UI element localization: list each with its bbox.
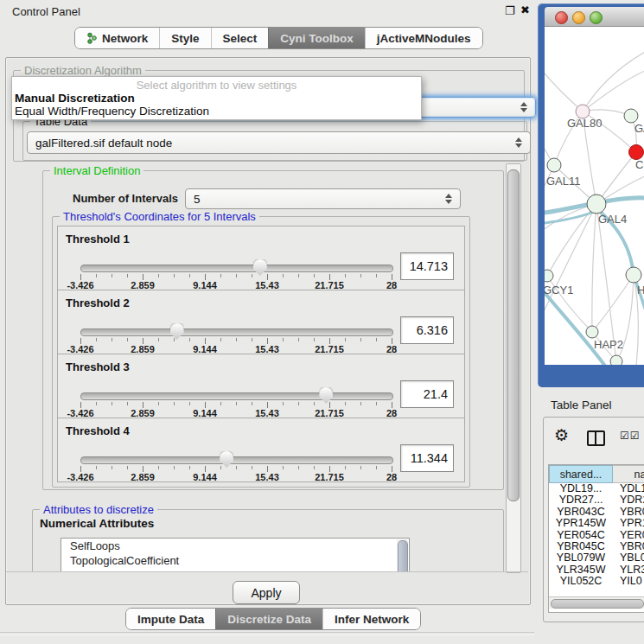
network-node[interactable] — [610, 355, 622, 365]
apply-button[interactable]: Apply — [233, 581, 300, 604]
tab-discretize-data[interactable]: Discretize Data — [215, 609, 322, 629]
tab-label: Cyni Toolbox — [280, 32, 354, 45]
table-cell[interactable]: YDL19... — [549, 483, 613, 494]
tab-label: Style — [171, 32, 199, 45]
table-cell[interactable]: YER054C — [549, 530, 613, 541]
table-cell[interactable]: YPR1 — [620, 518, 644, 529]
threshold-value-field[interactable]: 14.713 — [400, 252, 454, 280]
threshold-list: Threshold 1-3.4262.8599.14415.4321.71528… — [57, 226, 465, 482]
table-cell[interactable]: YBR043C — [549, 507, 613, 518]
float-window-icon[interactable]: ❐ — [505, 4, 515, 17]
tab-impute-data[interactable]: Impute Data — [126, 609, 215, 629]
network-icon — [86, 32, 98, 44]
zoom-traffic-light-icon[interactable] — [590, 11, 603, 24]
network-edge[interactable] — [583, 70, 644, 112]
table-cell[interactable]: YBL0 — [620, 552, 644, 564]
numerical-attributes-list[interactable]: SelfLoopsTopologicalCoefficientBetweenne… — [61, 538, 410, 571]
settings-scrollbar-thumb[interactable] — [507, 169, 520, 501]
dropdown-option[interactable]: Equal Width/Frequency Discretization — [15, 105, 209, 118]
network-view-window: GAL80GACGAL11GAL4GCY1HHAP2 — [538, 3, 644, 387]
attributes-scrollbar[interactable] — [397, 539, 408, 571]
network-node[interactable] — [626, 267, 641, 283]
network-node[interactable] — [629, 145, 644, 160]
attribute-item[interactable]: TopologicalCoefficient — [61, 553, 409, 568]
network-edge[interactable] — [592, 275, 634, 332]
dropdown-option[interactable]: Manual Discretization — [15, 92, 135, 105]
tab-infer-network[interactable]: Infer Network — [322, 609, 420, 629]
slider-track[interactable] — [80, 456, 393, 464]
table-cell[interactable]: YDL1 — [620, 483, 644, 494]
threshold-value-field[interactable]: 11.344 — [400, 444, 454, 472]
network-node[interactable] — [586, 326, 598, 338]
table-cell[interactable]: YLR3 — [620, 564, 644, 576]
select-columns-icon[interactable]: ☑☑ — [620, 430, 641, 442]
tab-network[interactable]: Network — [75, 28, 159, 48]
attributes-scrollbar-thumb[interactable] — [398, 540, 408, 571]
table-cell[interactable]: YLR345W — [549, 564, 613, 576]
network-node[interactable] — [545, 270, 553, 282]
threshold-row: Threshold 4-3.4262.8599.14415.4321.71528… — [57, 418, 465, 482]
close-traffic-light-icon[interactable] — [555, 11, 568, 24]
slider-track[interactable] — [80, 328, 393, 336]
table-panel-window: ⚙ ☑☑ shared...na YDL19...YDL1YDR27...YDR… — [543, 417, 644, 622]
table-panel-title: Table Panel — [551, 399, 612, 411]
column-header[interactable]: na — [613, 465, 644, 483]
table-cell[interactable]: YBR0 — [620, 507, 644, 518]
minimize-traffic-light-icon[interactable] — [572, 11, 585, 24]
cyni-toolbox-panel: Discretization Algorithm Table Data galF… — [5, 57, 531, 605]
tab-select[interactable]: Select — [211, 28, 269, 48]
network-canvas[interactable]: GAL80GACGAL11GAL4GCY1HHAP2 — [545, 27, 644, 365]
network-edge[interactable] — [583, 51, 644, 112]
threshold-label: Threshold 4 — [66, 424, 130, 437]
close-icon[interactable]: ✖ — [520, 3, 530, 16]
table-cell[interactable]: YIL052C — [549, 576, 613, 587]
slider-track[interactable] — [80, 265, 393, 272]
attribute-item[interactable]: SelfLoops — [61, 539, 409, 553]
column-header-selected[interactable]: shared... — [549, 465, 613, 483]
table-cell[interactable]: YDR27... — [549, 494, 613, 506]
threshold-row: Threshold 3-3.4262.8599.14415.4321.71528… — [57, 354, 465, 418]
network-node[interactable] — [587, 194, 606, 214]
table-horizontal-scrollbar[interactable] — [549, 596, 644, 609]
table-cell[interactable]: YBL079W — [549, 552, 613, 564]
number-of-intervals-combo[interactable]: 5 — [185, 188, 461, 209]
table-cell[interactable]: YBR045C — [549, 541, 613, 552]
gear-icon[interactable]: ⚙ — [554, 427, 569, 443]
thresholds-group: Threshold's Coordinates for 5 Intervals … — [52, 216, 470, 488]
control-panel-titlebar: Control Panel ❐ ✖ — [0, 0, 534, 22]
network-node[interactable] — [547, 158, 561, 172]
network-node-label: GAL11 — [546, 175, 581, 188]
tab-style[interactable]: Style — [159, 28, 210, 48]
network-edge[interactable] — [592, 204, 596, 332]
table-cell[interactable]: YIL0 — [620, 576, 642, 587]
network-graph: GAL80GACGAL11GAL4GCY1HHAP2 — [545, 27, 644, 365]
network-node-label: GAL4 — [598, 213, 627, 226]
threshold-value-field[interactable]: 21.4 — [400, 380, 454, 408]
cyni-bottom-tabbar: Impute DataDiscretize DataInfer Network — [125, 608, 421, 630]
network-window-titlebar[interactable] — [545, 7, 644, 27]
tab-label: Discretize Data — [227, 613, 311, 626]
tab-cyni-toolbox[interactable]: Cyni Toolbox — [268, 28, 365, 48]
network-node[interactable] — [624, 109, 638, 123]
split-pane-icon[interactable] — [587, 430, 605, 446]
settings-scrollbar[interactable] — [506, 163, 521, 573]
attributes-group-title: Attributes to discretize — [40, 503, 157, 516]
table-cell[interactable]: YPR145W — [549, 518, 613, 529]
node-table[interactable]: shared...na YDL19...YDL1YDR27...YDR2YBR0… — [548, 464, 644, 613]
threshold-label: Threshold 1 — [66, 233, 130, 245]
table-cell[interactable]: YER0 — [620, 530, 644, 541]
combo-spinner-icon — [445, 194, 452, 204]
slider-track[interactable] — [80, 392, 393, 400]
network-node-label: C — [635, 158, 643, 171]
threshold-value-field[interactable]: 6.316 — [400, 316, 454, 344]
threshold-label: Threshold 3 — [66, 360, 130, 373]
table-horizontal-scrollbar-thumb[interactable] — [551, 599, 644, 609]
dropdown-hint: Select algorithm to view settings — [12, 79, 421, 92]
table-cell[interactable]: YBR0 — [620, 541, 644, 552]
table-cell[interactable]: YDR2 — [620, 494, 644, 506]
tab-label: Network — [102, 32, 148, 45]
network-edge[interactable] — [545, 65, 583, 112]
table-data-combo[interactable]: galFiltered.sif default node — [27, 131, 531, 154]
tab-jactivemnodules[interactable]: jActiveMNodules — [365, 28, 482, 48]
interval-definition-group: Interval Definition Number of Intervals … — [42, 170, 504, 490]
